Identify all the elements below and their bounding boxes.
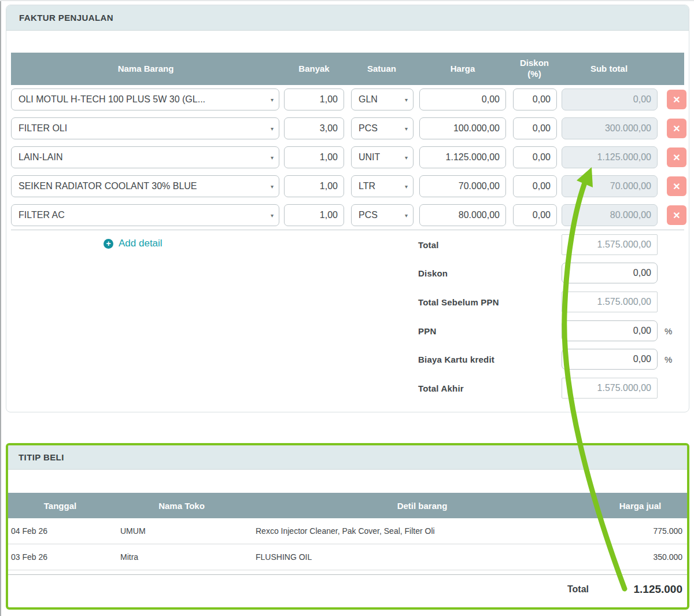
diskon-input[interactable]	[513, 146, 557, 168]
invoice-totals: Total Diskon Total Sebelum PPN PPN %	[11, 230, 684, 403]
banyak-input[interactable]	[284, 146, 344, 168]
satuan-value: PCS	[359, 210, 378, 220]
harga-input[interactable]	[419, 117, 506, 139]
table-row: OLI MOTUL H-TECH 100 PLUS 5W 30 (GL... ▾…	[11, 85, 684, 114]
banyak-input[interactable]	[284, 117, 344, 139]
biaya-kartu-kredit-row: Biaya Kartu kredit %	[11, 345, 684, 374]
nama-toko-value: UMUM	[112, 518, 251, 544]
diskon-input[interactable]	[513, 117, 557, 139]
banyak-input[interactable]	[284, 175, 344, 197]
nama-barang-select[interactable]: SEIKEN RADIATOR COOLANT 30% BLUE ▾	[11, 175, 279, 197]
delete-row-button[interactable]: ✕	[667, 176, 686, 196]
diskon-label: Diskon	[418, 268, 448, 278]
satuan-select[interactable]: LTR ▾	[351, 175, 414, 197]
satuan-value: LTR	[359, 181, 375, 191]
table-row: FILTER OLI ▾ PCS ▾ ✕	[11, 114, 684, 143]
col-actions	[659, 53, 689, 85]
close-icon: ✕	[673, 152, 680, 163]
titip-beli-title: TITIP BELI	[19, 452, 64, 462]
col-harga-jual: Harga jual	[593, 493, 687, 518]
col-harga: Harga	[416, 53, 510, 85]
chevron-down-icon: ▾	[271, 97, 274, 103]
satuan-value: UNIT	[359, 152, 380, 163]
nama-barang-value: LAIN-LAIN	[19, 152, 62, 163]
chevron-down-icon: ▾	[271, 126, 274, 132]
tanggal-value: 04 Feb 26	[8, 518, 112, 544]
close-icon: ✕	[673, 181, 680, 192]
nama-barang-select[interactable]: FILTER OLI ▾	[11, 117, 279, 139]
detil-barang-value: Rexco Injector Cleaner, Pak Cover, Seal,…	[251, 518, 593, 544]
delete-row-button[interactable]: ✕	[667, 205, 686, 225]
col-diskon: Diskon (%)	[510, 53, 559, 85]
nama-barang-select[interactable]: FILTER AC ▾	[11, 204, 279, 226]
close-icon: ✕	[673, 94, 680, 105]
ppn-label: PPN	[418, 326, 436, 335]
diskon-field[interactable]	[562, 263, 658, 283]
faktur-penjualan-panel: FAKTUR PENJUALAN Nama Barang Banyak Satu…	[6, 5, 689, 412]
satuan-select[interactable]: GLN ▾	[351, 88, 414, 110]
harga-input[interactable]	[419, 175, 506, 197]
chevron-down-icon: ▾	[271, 183, 274, 190]
harga-input[interactable]	[419, 146, 506, 168]
invoice-items-table: Nama Barang Banyak Satuan Harga Diskon (…	[11, 53, 684, 230]
titip-beli-panel-header: TITIP BELI	[8, 445, 687, 470]
col-nama-toko: Nama Toko	[112, 493, 251, 518]
invoice-table-header: Nama Barang Banyak Satuan Harga Diskon (…	[11, 53, 684, 85]
col-satuan: Satuan	[348, 53, 416, 85]
chevron-down-icon: ▾	[405, 212, 408, 219]
titip-beli-total-value: 1.125.000	[589, 583, 687, 596]
diskon-input[interactable]	[513, 88, 557, 110]
tanggal-value: 03 Feb 26	[8, 544, 112, 570]
subtotal-field	[562, 146, 658, 168]
delete-row-button[interactable]: ✕	[667, 119, 686, 138]
nama-barang-select[interactable]: OLI MOTUL H-TECH 100 PLUS 5W 30 (GL... ▾	[11, 88, 279, 110]
titip-beli-table-header: Tanggal Nama Toko Detil barang Harga jua…	[8, 493, 687, 518]
table-row: SEIKEN RADIATOR COOLANT 30% BLUE ▾ LTR ▾…	[11, 172, 684, 201]
total-field	[562, 234, 658, 255]
diskon-input[interactable]	[513, 204, 557, 226]
col-detil-barang: Detil barang	[251, 493, 593, 518]
nama-barang-value: FILTER OLI	[19, 123, 67, 134]
nama-barang-select[interactable]: LAIN-LAIN ▾	[11, 146, 279, 168]
titip-beli-panel: TITIP BELI Tanggal Nama Toko Detil baran…	[6, 443, 689, 610]
chevron-down-icon: ▾	[405, 126, 408, 132]
titip-beli-total-label: Total	[567, 584, 589, 595]
diskon-input[interactable]	[513, 175, 557, 197]
total-akhir-label: Total Akhir	[418, 383, 464, 393]
col-banyak: Banyak	[280, 53, 348, 85]
delete-row-button[interactable]: ✕	[667, 90, 686, 109]
table-row: 04 Feb 26 UMUM Rexco Injector Cleaner, P…	[8, 518, 687, 544]
subtotal-field	[562, 117, 658, 139]
harga-jual-value: 775.000	[593, 518, 687, 544]
harga-input[interactable]	[419, 88, 506, 110]
biaya-kartu-kredit-field[interactable]	[562, 349, 658, 370]
banyak-input[interactable]	[284, 88, 344, 110]
chevron-down-icon: ▾	[271, 154, 274, 161]
total-label: Total	[418, 239, 439, 249]
total-akhir-row: Total Akhir	[11, 374, 684, 403]
invoice-summary-area: + Add detail Total Diskon Total Sebelum …	[11, 230, 684, 404]
delete-row-button[interactable]: ✕	[667, 147, 686, 167]
satuan-select[interactable]: PCS ▾	[351, 117, 414, 139]
ppn-row: PPN %	[11, 316, 684, 345]
col-nama-barang: Nama Barang	[11, 53, 280, 85]
faktur-title: FAKTUR PENJUALAN	[19, 13, 113, 23]
chevron-down-icon: ▾	[405, 183, 408, 190]
percent-suffix: %	[665, 326, 672, 335]
total-akhir-field	[562, 378, 658, 399]
harga-input[interactable]	[419, 204, 506, 226]
nama-toko-value: Mitra	[112, 544, 251, 570]
nama-barang-value: SEIKEN RADIATOR COOLANT 30% BLUE	[19, 181, 197, 191]
biaya-kartu-kredit-label: Biaya Kartu kredit	[418, 355, 494, 364]
ppn-field[interactable]	[562, 320, 658, 341]
banyak-input[interactable]	[284, 204, 344, 226]
satuan-select[interactable]: UNIT ▾	[351, 146, 414, 168]
satuan-select[interactable]: PCS ▾	[351, 204, 414, 226]
total-sebelum-ppn-label: Total Sebelum PPN	[418, 297, 499, 307]
col-tanggal: Tanggal	[8, 493, 112, 518]
close-icon: ✕	[673, 210, 680, 221]
titip-beli-total-row: Total 1.125.000	[8, 574, 687, 603]
total-row: Total	[11, 230, 684, 259]
subtotal-field	[562, 88, 658, 110]
nama-barang-value: OLI MOTUL H-TECH 100 PLUS 5W 30 (GL...	[19, 94, 205, 105]
